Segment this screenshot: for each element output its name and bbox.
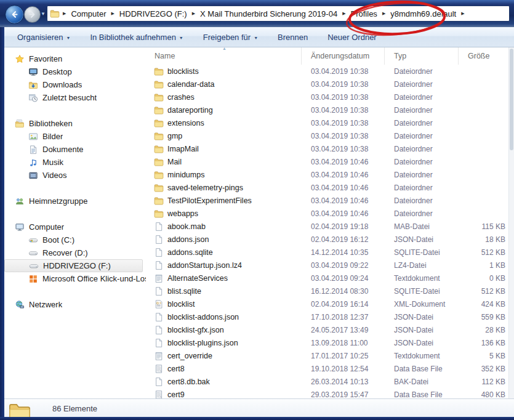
file-name: AlternateServices bbox=[167, 274, 228, 283]
file-row-blist-sqlite[interactable]: blist.sqlite16.12.2014 08:30SQLITE-Datei… bbox=[146, 285, 509, 297]
breadcrumb-separator[interactable]: ▶ bbox=[340, 11, 347, 16]
file-row-cert8[interactable]: cert819.10.2018 12:54Data Base File352 K… bbox=[146, 362, 509, 375]
file-row-abook-mab[interactable]: abook.mab02.04.2019 19:18MAB-Datei115 KB bbox=[146, 220, 509, 233]
file-rows: blocklists03.04.2019 10:38Dateiordnercal… bbox=[146, 65, 509, 398]
sidebar-item-videos[interactable]: Videos bbox=[4, 169, 146, 182]
toolbar-button-freigeben-f-r[interactable]: Freigeben für▼ bbox=[199, 30, 262, 44]
file-row-addons-json[interactable]: addons.json02.04.2019 16:12JSON-Datei18 … bbox=[146, 233, 509, 246]
column-header-date[interactable]: Änderungsdatum bbox=[302, 47, 385, 65]
column-header-size[interactable]: Größe bbox=[459, 47, 509, 65]
forward-button[interactable] bbox=[24, 6, 41, 23]
file-row-blocklist[interactable]: blocklist02.04.2019 16:14XML-Dokument424… bbox=[146, 297, 509, 310]
file-name-cell: cert8.db.bak bbox=[146, 377, 302, 387]
file-name: cert8.db.bak bbox=[167, 378, 210, 386]
file-icon bbox=[154, 338, 164, 348]
toolbar-button-neuer-ordner[interactable]: Neuer Ordner bbox=[324, 30, 380, 44]
network-icon bbox=[15, 300, 25, 310]
recent-pages-dropdown-icon[interactable]: ▼ bbox=[41, 11, 46, 17]
sidebar-group-computer[interactable]: Computer bbox=[4, 220, 146, 233]
scrollbar-thumb[interactable] bbox=[510, 49, 513, 150]
column-header-type[interactable]: Typ bbox=[385, 47, 459, 65]
file-type-cell: JSON-Datei bbox=[385, 313, 459, 321]
column-header-row: Name Änderungsdatum Typ Größe ▲ bbox=[146, 47, 509, 65]
file-row-mail[interactable]: Mail03.04.2019 10:46Dateiordner bbox=[146, 155, 509, 168]
sidebar-spacer bbox=[4, 208, 146, 220]
sidebar-item-bilder[interactable]: Bilder bbox=[4, 130, 146, 143]
sidebar-item-zuletzt-besucht[interactable]: Zuletzt besucht bbox=[4, 91, 146, 104]
file-row-crashes[interactable]: crashes03.04.2019 10:38Dateiordner bbox=[146, 91, 509, 103]
breadcrumb-item-y8mdmh69-default[interactable]: y8mdmh69.default bbox=[387, 7, 459, 20]
file-row-webapps[interactable]: webapps03.04.2019 10:46Dateiordner bbox=[146, 207, 509, 220]
sidebar-item-microsoft-office-klick-und-los-201[interactable]: Microsoft Office Klick-und-Los 201 bbox=[4, 272, 146, 285]
file-row-datareporting[interactable]: datareporting03.04.2019 10:38Dateiordner bbox=[146, 103, 509, 116]
file-row-cert8-db-bak[interactable]: cert8.db.bak26.03.2014 10:13BAK-Datei112… bbox=[146, 375, 509, 388]
sidebar-group-heimnetzgruppe[interactable]: Heimnetzgruppe bbox=[4, 195, 146, 208]
sidebar-item-downloads[interactable]: Downloads bbox=[4, 78, 146, 91]
breadcrumb-separator[interactable]: ▶ bbox=[380, 11, 387, 16]
sidebar-item-boot-c[interactable]: Boot (C:) bbox=[4, 233, 146, 246]
vertical-scrollbar[interactable] bbox=[508, 47, 514, 398]
music-icon bbox=[28, 158, 38, 168]
file-name: cert9 bbox=[167, 390, 185, 399]
sidebar-item-hddrive2go-f[interactable]: HDDRIVE2GO (F:) bbox=[4, 259, 143, 272]
breadcrumb-item-computer[interactable]: Computer bbox=[68, 7, 109, 20]
sidebar-item-desktop[interactable]: Desktop bbox=[4, 65, 146, 78]
toolbar-button-brennen[interactable]: Brennen bbox=[274, 30, 311, 44]
toolbar-button-label: Brennen bbox=[278, 33, 308, 42]
breadcrumb-separator[interactable]: ▶ bbox=[109, 11, 116, 16]
folder-icon bbox=[154, 79, 164, 89]
file-row-alternateservices[interactable]: AlternateServices03.04.2019 09:24Textdok… bbox=[146, 272, 509, 285]
file-name: saved-telemetry-pings bbox=[167, 184, 243, 192]
file-row-blocklist-gfx-json[interactable]: blocklist-gfx.json24.05.2017 13:49JSON-D… bbox=[146, 323, 509, 336]
file-row-blocklist-addons-json[interactable]: blocklist-addons.json17.10.2018 12:37JSO… bbox=[146, 310, 509, 323]
file-icon bbox=[154, 286, 164, 296]
file-row-imapmail[interactable]: ImapMail03.04.2019 10:38Dateiordner bbox=[146, 142, 509, 155]
file-row-minidumps[interactable]: minidumps03.04.2019 10:46Dateiordner bbox=[146, 168, 509, 181]
sidebar-item-recover-d[interactable]: Recover (D:) bbox=[4, 246, 146, 259]
file-date-cell: 03.04.2019 10:38 bbox=[302, 132, 385, 140]
sidebar-group-bibliotheken[interactable]: Bibliotheken bbox=[4, 117, 146, 130]
arrow-left-icon bbox=[10, 10, 19, 19]
sidebar-group-favoriten[interactable]: Favoriten bbox=[4, 52, 146, 65]
breadcrumb-item-hddrive2go-f[interactable]: HDDRIVE2GO (F:) bbox=[116, 7, 190, 20]
file-row-saved-telemetry-pings[interactable]: saved-telemetry-pings03.04.2019 10:46Dat… bbox=[146, 181, 509, 194]
file-date-cell: 24.05.2017 13:49 bbox=[302, 326, 385, 334]
breadcrumb[interactable]: ▶Computer▶HDDRIVE2GO (F:)▶X Mail Thunder… bbox=[47, 6, 510, 22]
file-row-addons-sqlite[interactable]: addons.sqlite14.12.2014 10:35SQLITE-Date… bbox=[146, 246, 509, 259]
file-row-cert-override[interactable]: cert_override17.01.2017 10:25Textdokumen… bbox=[146, 349, 509, 362]
toolbar-button-organisieren[interactable]: Organisieren▼ bbox=[14, 30, 74, 44]
file-row-calendar-data[interactable]: calendar-data03.04.2019 10:38Dateiordner bbox=[146, 78, 509, 91]
breadcrumb-separator[interactable]: ▶ bbox=[190, 11, 197, 16]
file-row-cert9[interactable]: cert929.03.2019 15:47Data Base File480 K… bbox=[146, 388, 509, 398]
file-name: addons.json bbox=[167, 235, 209, 244]
file-size-cell: 480 KB bbox=[459, 390, 509, 399]
file-date-cell: 17.10.2018 12:37 bbox=[302, 313, 385, 321]
file-name-cell: cert_override bbox=[146, 351, 302, 361]
file-name: calendar-data bbox=[167, 80, 214, 89]
file-size-cell: 0 KB bbox=[459, 274, 509, 283]
folder-icon bbox=[154, 67, 164, 76]
star-icon bbox=[15, 54, 25, 64]
sidebar-item-musik[interactable]: Musik bbox=[4, 156, 146, 169]
libraries-icon bbox=[15, 119, 25, 129]
breadcrumb-separator[interactable]: ▶ bbox=[459, 11, 466, 16]
file-row-gmp[interactable]: gmp03.04.2019 10:38Dateiordner bbox=[146, 129, 509, 142]
file-row-extensions[interactable]: extensions03.04.2019 10:38Dateiordner bbox=[146, 116, 509, 129]
file-name-cell: blocklist-plugins.json bbox=[146, 338, 302, 348]
file-row-addonstartup-json-lz4[interactable]: addonStartup.json.lz403.04.2019 09:22LZ4… bbox=[146, 259, 509, 272]
file-row-blocklist-plugins-json[interactable]: blocklist-plugins.json13.09.2018 11:00JS… bbox=[146, 336, 509, 349]
sidebar-item-dokumente[interactable]: Dokumente bbox=[4, 143, 146, 156]
file-name: blocklist-plugins.json bbox=[167, 339, 238, 347]
back-button[interactable] bbox=[5, 5, 24, 24]
file-row-testpilotexperimentfiles[interactable]: TestPilotExperimentFiles03.04.2019 10:46… bbox=[146, 194, 509, 207]
breadcrumb-item-x-mail-thunderbird-sicherung-2019-04[interactable]: X Mail Thunderbird Sicherung 2019-04 bbox=[197, 7, 340, 20]
breadcrumb-item-profiles[interactable]: Profiles bbox=[348, 7, 380, 20]
file-row-blocklists[interactable]: blocklists03.04.2019 10:38Dateiordner bbox=[146, 65, 509, 78]
sidebar-item-label: HDDRIVE2GO (F:) bbox=[43, 261, 111, 270]
toolbar-button-in-bibliothek-aufnehmen[interactable]: In Bibliothek aufnehmen▼ bbox=[86, 30, 187, 44]
toolbar-button-label: In Bibliothek aufnehmen bbox=[90, 33, 175, 42]
file-name: datareporting bbox=[167, 106, 213, 115]
sidebar-group-netzwerk[interactable]: Netzwerk bbox=[4, 298, 146, 311]
breadcrumb-separator[interactable]: ▶ bbox=[61, 11, 68, 16]
file-date-cell: 03.04.2019 10:46 bbox=[302, 158, 385, 166]
